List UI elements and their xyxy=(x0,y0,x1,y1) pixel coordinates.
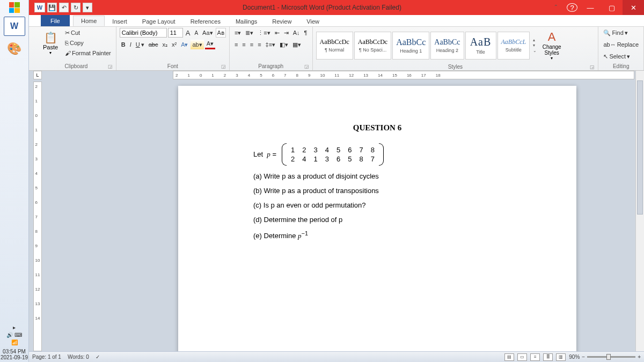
format-painter-button[interactable]: 🖌Format Painter xyxy=(63,48,113,58)
italic-button[interactable]: I xyxy=(128,40,133,49)
tab-file[interactable]: File xyxy=(41,15,70,26)
styles-scroll-down-icon[interactable]: ▾ xyxy=(533,43,537,48)
text-effects-button[interactable]: A▾ xyxy=(179,40,189,49)
cut-button[interactable]: ✂Cut xyxy=(63,28,113,38)
highlight-button[interactable]: ab▾ xyxy=(191,40,203,49)
view-outline-button[interactable]: ≣ xyxy=(543,353,553,361)
tray-date[interactable]: 2021-09-19 xyxy=(0,354,28,360)
strike-button[interactable]: abc xyxy=(147,40,160,49)
numbering-button[interactable]: ≣▾ xyxy=(244,28,255,38)
shading-button[interactable]: ◧▾ xyxy=(278,40,290,49)
clear-format-button[interactable]: Aʙ xyxy=(216,28,226,38)
dec-indent-button[interactable]: ⇤ xyxy=(273,28,281,38)
clipboard-dialog-icon[interactable]: ◲ xyxy=(108,64,113,69)
view-print-layout-button[interactable]: ▤ xyxy=(504,353,514,361)
permutation-matrix: 1234567824136587 xyxy=(282,145,384,164)
multilevel-button[interactable]: ⋮≡▾ xyxy=(256,28,272,38)
qat-undo-icon[interactable]: ↶ xyxy=(59,3,69,12)
window-minimize-button[interactable]: — xyxy=(580,0,601,15)
cut-icon: ✂ xyxy=(65,29,70,36)
style-heading-1[interactable]: AaBbCcHeading 1 xyxy=(392,32,429,60)
zoom-out-button[interactable]: − xyxy=(582,354,585,360)
zoom-in-button[interactable]: + xyxy=(638,354,641,360)
replace-button[interactable]: ab↔Replace xyxy=(602,40,640,49)
group-editing: 🔍Find ▾ ab↔Replace ↖Select ▾ Editing xyxy=(598,27,644,70)
view-fullscreen-button[interactable]: ▭ xyxy=(517,353,527,361)
window-maximize-button[interactable]: ▢ xyxy=(601,0,623,15)
ribbon-collapse-icon[interactable]: ˆ xyxy=(545,0,567,15)
start-button[interactable] xyxy=(0,0,29,15)
bullets-button[interactable]: ≡▾ xyxy=(233,28,243,38)
show-marks-button[interactable]: ¶ xyxy=(303,28,309,38)
align-right-button[interactable]: ≡ xyxy=(248,40,255,49)
status-page[interactable]: Page: 1 of 1 xyxy=(32,354,61,360)
tab-selector[interactable]: L xyxy=(33,71,42,79)
subscript-button[interactable]: x₂ xyxy=(160,40,169,49)
superscript-button[interactable]: x² xyxy=(170,40,178,49)
justify-button[interactable]: ≡ xyxy=(256,40,262,49)
styles-expand-icon[interactable]: ⌄ xyxy=(533,48,537,53)
tab-references[interactable]: References xyxy=(183,17,228,26)
tab-home[interactable]: Home xyxy=(73,16,105,26)
vertical-ruler[interactable]: 2101234567891011121314 xyxy=(33,82,42,351)
style--normal[interactable]: AaBbCcDc¶ Normal xyxy=(316,32,353,60)
sort-button[interactable]: A↓ xyxy=(291,28,302,38)
ribbon: 📋 Paste ▾ ✂Cut ⎘Copy 🖌Format Painter Cli… xyxy=(0,27,644,71)
style-title[interactable]: AaBTitle xyxy=(465,32,496,60)
font-dialog-icon[interactable]: ◲ xyxy=(221,64,226,69)
align-left-button[interactable]: ≡ xyxy=(233,40,239,49)
style-subtitle[interactable]: AaBbCcLSubtitle xyxy=(497,32,530,60)
styles-scroll-up-icon[interactable]: ▴ xyxy=(533,38,537,42)
paragraph-dialog-icon[interactable]: ◲ xyxy=(304,64,309,69)
horizontal-ruler[interactable]: 210123456789101112131415161718 xyxy=(173,71,634,79)
tab-review[interactable]: Review xyxy=(265,17,299,26)
find-button[interactable]: 🔍Find ▾ xyxy=(602,28,640,38)
taskbar-app-paint[interactable]: 🎨 xyxy=(4,39,25,58)
tab-page-layout[interactable]: Page Layout xyxy=(135,17,183,26)
style--no-spaci-[interactable]: AaBbCcDc¶ No Spaci... xyxy=(354,32,391,60)
document-page[interactable]: QUESTION 6 Let p = 1234567824136587 (a) … xyxy=(178,86,576,351)
tab-insert[interactable]: Insert xyxy=(105,17,135,26)
bold-button[interactable]: B xyxy=(120,40,127,49)
zoom-slider[interactable] xyxy=(587,356,635,358)
borders-button[interactable]: ▦▾ xyxy=(291,40,303,49)
select-button[interactable]: ↖Select ▾ xyxy=(602,51,640,61)
qat-redo-icon[interactable]: ↻ xyxy=(71,3,80,12)
font-color-button[interactable]: A▾ xyxy=(205,40,215,49)
underline-button[interactable]: U▾ xyxy=(134,40,146,49)
qat-customize-icon[interactable]: ▾ xyxy=(83,3,92,12)
zoom-level[interactable]: 90% xyxy=(569,354,580,360)
window-close-button[interactable]: ✕ xyxy=(623,0,644,15)
tray-volume-icon[interactable]: 🔊 ⌨ xyxy=(0,332,28,338)
grow-font-button[interactable]: A xyxy=(184,28,192,38)
paste-button[interactable]: 📋 Paste ▾ xyxy=(40,28,61,58)
help-icon[interactable]: ? xyxy=(567,3,577,12)
font-name-input[interactable] xyxy=(120,28,167,38)
title-bar: W 💾 ↶ ↻ ▾ Document1 - Microsoft Word (Pr… xyxy=(0,0,644,15)
tab-mailings[interactable]: Mailings xyxy=(228,17,265,26)
status-words[interactable]: Words: 0 xyxy=(68,354,89,360)
align-center-button[interactable]: ≡ xyxy=(240,40,247,49)
line-spacing-button[interactable]: ‡≡▾ xyxy=(264,40,277,49)
taskbar-app-word[interactable]: W xyxy=(4,17,25,36)
copy-button[interactable]: ⎘Copy xyxy=(63,38,113,48)
styles-gallery[interactable]: AaBbCcDc¶ NormalAaBbCcDc¶ No Spaci...AaB… xyxy=(316,32,530,60)
scrollbar-thumb[interactable] xyxy=(637,80,643,215)
qat-app-icon[interactable]: W xyxy=(34,3,45,12)
change-styles-button[interactable]: A Change Styles ▾ xyxy=(539,28,565,63)
qat-save-icon[interactable]: 💾 xyxy=(47,3,57,12)
vertical-scrollbar[interactable] xyxy=(635,71,644,351)
font-size-input[interactable] xyxy=(168,28,183,38)
shrink-font-button[interactable]: A xyxy=(193,28,200,38)
inc-indent-button[interactable]: ⇥ xyxy=(282,28,290,38)
tray-time[interactable]: 03:54 PM xyxy=(0,349,28,354)
status-proofing-icon[interactable]: ✓ xyxy=(96,354,100,360)
view-draft-button[interactable]: ▥ xyxy=(556,353,566,361)
change-case-button[interactable]: Aa▾ xyxy=(201,28,214,38)
view-web-button[interactable]: ≡ xyxy=(530,353,540,361)
tray-network-icon[interactable]: 📶 xyxy=(0,339,28,345)
styles-dialog-icon[interactable]: ◲ xyxy=(590,64,595,70)
style-heading-2[interactable]: AaBbCcHeading 2 xyxy=(430,32,464,60)
tray-expand-icon[interactable]: ▸ xyxy=(0,324,28,330)
tab-view[interactable]: View xyxy=(299,17,327,26)
